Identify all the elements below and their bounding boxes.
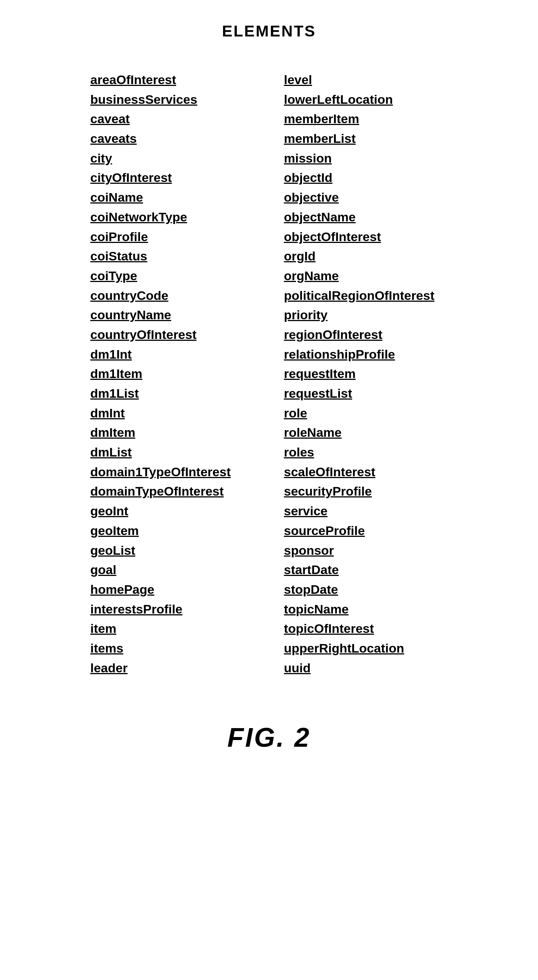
- left-element-link[interactable]: caveat: [91, 109, 254, 129]
- left-element-link[interactable]: coiType: [91, 266, 254, 286]
- left-element-link[interactable]: countryCode: [91, 286, 254, 305]
- elements-grid: areaOfInterestbusinessServicescaveatcave…: [0, 70, 538, 678]
- right-element-link[interactable]: roles: [284, 442, 448, 462]
- right-element-link[interactable]: uuid: [284, 658, 448, 678]
- right-element-link[interactable]: memberList: [284, 129, 448, 148]
- right-element-link[interactable]: sourceProfile: [284, 521, 448, 541]
- left-element-link[interactable]: city: [91, 148, 254, 168]
- left-element-link[interactable]: goal: [91, 560, 254, 580]
- left-element-link[interactable]: dm1Int: [91, 345, 254, 364]
- right-element-link[interactable]: orgName: [284, 266, 448, 286]
- left-element-link[interactable]: cityOfInterest: [91, 168, 254, 188]
- left-element-link[interactable]: geoList: [91, 541, 254, 560]
- right-element-link[interactable]: stopDate: [284, 580, 448, 600]
- right-element-link[interactable]: topicOfInterest: [284, 619, 448, 638]
- right-element-link[interactable]: role: [284, 403, 448, 423]
- left-column: areaOfInterestbusinessServicescaveatcave…: [91, 70, 269, 678]
- left-element-link[interactable]: coiNetworkType: [91, 207, 254, 227]
- right-element-link[interactable]: memberItem: [284, 109, 448, 129]
- right-element-link[interactable]: requestList: [284, 383, 448, 403]
- right-element-link[interactable]: topicName: [284, 600, 448, 619]
- right-element-link[interactable]: objectName: [284, 207, 448, 227]
- right-element-link[interactable]: priority: [284, 305, 448, 325]
- left-element-link[interactable]: leader: [91, 658, 254, 678]
- right-element-link[interactable]: mission: [284, 148, 448, 168]
- left-element-link[interactable]: geoInt: [91, 501, 254, 521]
- right-element-link[interactable]: orgId: [284, 246, 448, 266]
- left-element-link[interactable]: coiName: [91, 188, 254, 207]
- figure-caption: FIG. 2: [0, 722, 538, 752]
- left-element-link[interactable]: dm1List: [91, 383, 254, 403]
- left-element-link[interactable]: areaOfInterest: [91, 70, 254, 90]
- left-element-link[interactable]: domainTypeOfInterest: [91, 482, 254, 501]
- right-element-link[interactable]: service: [284, 501, 448, 521]
- left-element-link[interactable]: businessServices: [91, 90, 254, 110]
- left-element-link[interactable]: dmInt: [91, 403, 254, 423]
- right-element-link[interactable]: startDate: [284, 560, 448, 580]
- left-element-link[interactable]: dmList: [91, 442, 254, 462]
- page-container: ELEMENTS areaOfInterestbusinessServicesc…: [0, 0, 538, 980]
- left-element-link[interactable]: countryOfInterest: [91, 325, 254, 345]
- left-element-link[interactable]: homePage: [91, 580, 254, 600]
- left-element-link[interactable]: dmItem: [91, 423, 254, 442]
- right-element-link[interactable]: level: [284, 70, 448, 90]
- left-element-link[interactable]: coiProfile: [91, 227, 254, 247]
- left-element-link[interactable]: dm1Item: [91, 364, 254, 383]
- right-element-link[interactable]: securityProfile: [284, 482, 448, 501]
- left-element-link[interactable]: geoItem: [91, 521, 254, 541]
- right-element-link[interactable]: politicalRegionOfInterest: [284, 286, 448, 305]
- right-element-link[interactable]: roleName: [284, 423, 448, 442]
- left-element-link[interactable]: countryName: [91, 305, 254, 325]
- right-element-link[interactable]: lowerLeftLocation: [284, 90, 448, 110]
- right-element-link[interactable]: objectId: [284, 168, 448, 188]
- left-element-link[interactable]: caveats: [91, 129, 254, 148]
- left-element-link[interactable]: coiStatus: [91, 246, 254, 266]
- left-element-link[interactable]: items: [91, 638, 254, 658]
- right-column: levellowerLeftLocationmemberItemmemberLi…: [269, 70, 448, 678]
- right-element-link[interactable]: regionOfInterest: [284, 325, 448, 345]
- right-element-link[interactable]: sponsor: [284, 541, 448, 560]
- right-element-link[interactable]: scaleOfInterest: [284, 462, 448, 482]
- right-element-link[interactable]: objective: [284, 188, 448, 207]
- right-element-link[interactable]: relationshipProfile: [284, 345, 448, 364]
- left-element-link[interactable]: interestsProfile: [91, 600, 254, 619]
- left-element-link[interactable]: item: [91, 619, 254, 638]
- right-element-link[interactable]: upperRightLocation: [284, 638, 448, 658]
- left-element-link[interactable]: domain1TypeOfInterest: [91, 462, 254, 482]
- right-element-link[interactable]: requestItem: [284, 364, 448, 383]
- right-element-link[interactable]: objectOfInterest: [284, 227, 448, 247]
- page-title: ELEMENTS: [0, 22, 538, 40]
